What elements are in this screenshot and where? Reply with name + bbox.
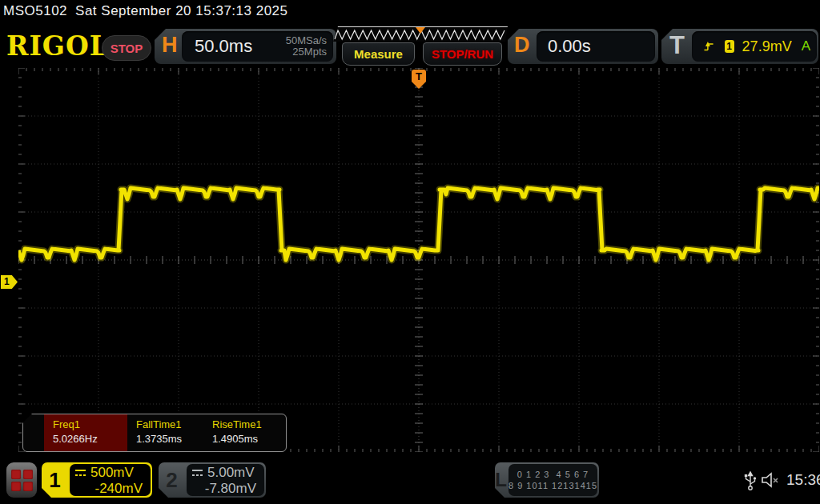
horizontal-scale-block[interactable]: H 50.0ms 50MSa/s 25Mpts bbox=[155, 29, 336, 64]
trigger-block[interactable]: T 1 27.9mV A bbox=[661, 29, 818, 64]
screen-title: MSO5102Sat September 20 15:37:13 2025 bbox=[3, 3, 296, 19]
overview-trigger-position-icon[interactable] bbox=[416, 27, 425, 34]
measurement-value: 1.3735ms bbox=[136, 432, 203, 446]
stop-run-button[interactable]: STOP/RUN bbox=[423, 42, 502, 66]
measurement-panel: Freq1 5.0266Hz FallTime1 1.3735ms RiseTi… bbox=[22, 414, 287, 452]
channel2-scale: 5.00mV bbox=[207, 465, 255, 481]
horizontal-label: H bbox=[162, 33, 178, 58]
channel2-block[interactable]: 2 5.00mV -7.80mV bbox=[159, 462, 266, 498]
waveform-overview-strip[interactable] bbox=[333, 26, 508, 42]
measurement-cell[interactable]: FallTime1 1.3735ms bbox=[127, 414, 203, 451]
trigger-source-badge: 1 bbox=[725, 40, 734, 53]
grid-menu-icon bbox=[11, 470, 33, 491]
acquisition-state-badge: STOP bbox=[102, 35, 151, 61]
ch1-waveform-trace bbox=[18, 68, 819, 452]
timebase-value: 50.0ms bbox=[195, 36, 252, 57]
trigger-sweep-mode: A bbox=[802, 38, 810, 54]
delay-label: D bbox=[514, 33, 530, 58]
channel1-number: 1 bbox=[42, 462, 68, 498]
dc-coupling-icon bbox=[191, 469, 203, 477]
logic-channel-list: 0 1 2 3 4 5 6 7 8 9 1011 12131415 bbox=[508, 464, 597, 496]
measurement-value: 1.4905ms bbox=[212, 432, 283, 446]
logic-analyzer-block[interactable]: L 0 1 2 3 4 5 6 7 8 9 1011 12131415 bbox=[495, 462, 599, 498]
channel1-scale: 500mV bbox=[90, 465, 134, 481]
rising-edge-icon bbox=[703, 39, 715, 54]
oscilloscope-screen: MSO5102Sat September 20 15:37:13 2025 RI… bbox=[0, 0, 820, 504]
measurement-label: Freq1 bbox=[53, 418, 127, 432]
menu-grid-button[interactable] bbox=[6, 462, 37, 498]
speaker-muted-icon[interactable] bbox=[761, 471, 782, 489]
logic-analyzer-label: L bbox=[495, 462, 507, 498]
delay-block[interactable]: D 0.00s bbox=[508, 29, 658, 64]
measurement-cell[interactable]: Freq1 5.0266Hz bbox=[44, 414, 127, 451]
rigol-logo: RIGOL bbox=[6, 30, 109, 62]
trigger-level-value: 27.9mV bbox=[742, 38, 792, 55]
measure-button[interactable]: Measure bbox=[342, 42, 415, 66]
clock-time: 15:36 bbox=[786, 471, 820, 489]
dc-coupling-icon bbox=[74, 469, 86, 477]
trigger-label: T bbox=[669, 31, 685, 60]
usb-icon bbox=[743, 468, 758, 492]
sample-rate-memdepth: 50MSa/s 25Mpts bbox=[286, 35, 327, 58]
measurement-label: RiseTime1 bbox=[212, 418, 283, 432]
channel2-number: 2 bbox=[159, 462, 185, 498]
measurement-label: FallTime1 bbox=[136, 418, 203, 432]
measurement-cell[interactable]: RiseTime1 1.4905ms bbox=[203, 414, 283, 451]
measurement-value: 5.0266Hz bbox=[53, 432, 127, 446]
model-name: MSO5102 bbox=[3, 3, 67, 18]
channel1-offset: -240mV bbox=[74, 481, 144, 496]
channel1-block[interactable]: 1 500mV -240mV bbox=[42, 462, 152, 498]
graticule-area: T bbox=[18, 68, 819, 452]
delay-value: 0.00s bbox=[548, 36, 591, 57]
datetime-text: Sat September 20 15:37:13 2025 bbox=[75, 3, 287, 18]
ch1-ground-marker[interactable]: 1 bbox=[1, 275, 18, 289]
channel2-offset: -7.80mV bbox=[191, 481, 258, 496]
